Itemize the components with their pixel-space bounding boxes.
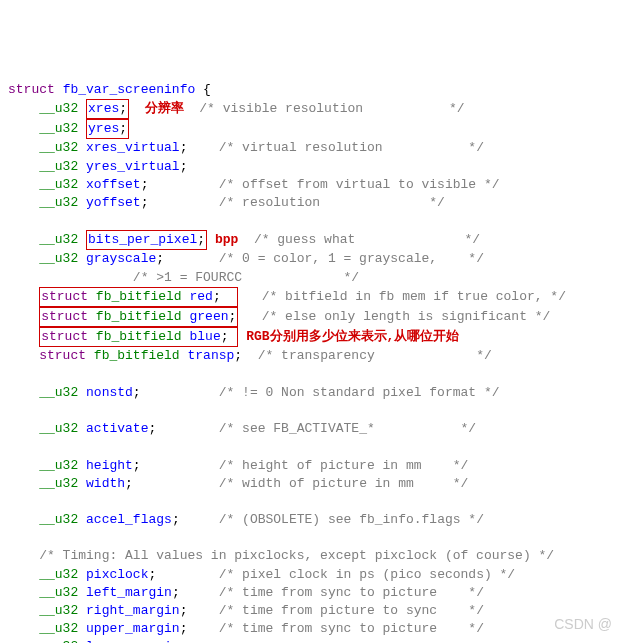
keyword-struct: struct [8, 82, 55, 97]
code-block: struct fb_var_screeninfo { __u32 xres; 分… [8, 81, 624, 643]
comment-timing: /* Timing: All values in pixclocks, exce… [39, 548, 554, 563]
struct-name: fb_var_screeninfo [63, 82, 196, 97]
anno-rgb: RGB分别用多少位来表示,从哪位开始 [246, 329, 459, 344]
type-u32: __u32 [39, 101, 78, 116]
watermark: CSDN @ [554, 615, 612, 635]
anno-bpp: bpp [215, 232, 238, 247]
box-rgb: struct fb_bitfield red; [39, 287, 238, 307]
box-bpp: bits_per_pixel; [86, 230, 207, 250]
anno-resolution: 分辨率 [145, 101, 184, 116]
box-xres: xres; [86, 99, 129, 119]
comment: /* visible resolution */ [199, 101, 464, 116]
box-yres: yres; [86, 119, 129, 139]
